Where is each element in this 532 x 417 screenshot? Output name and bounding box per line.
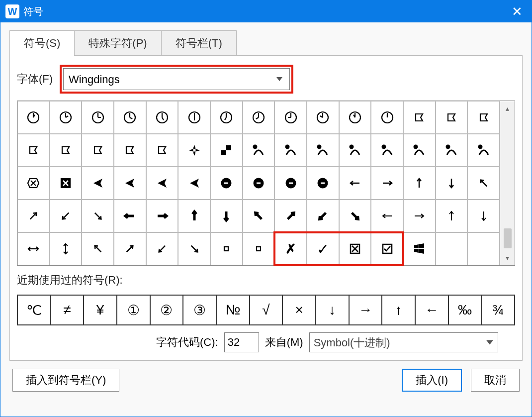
bold-right-cell[interactable] bbox=[146, 200, 178, 232]
cursor-left-cell[interactable] bbox=[82, 167, 114, 200]
clock-10-cell[interactable] bbox=[307, 101, 339, 134]
leaf-8-cell[interactable] bbox=[467, 134, 500, 167]
outline-ud-cell[interactable] bbox=[50, 232, 82, 265]
circle-arrow-4-cell[interactable] bbox=[307, 167, 339, 200]
clock-9-cell[interactable] bbox=[274, 101, 307, 134]
windows-logo-cell[interactable] bbox=[403, 232, 436, 265]
from-select[interactable]: Symbol(十进制) bbox=[309, 332, 498, 352]
small-square-2-cell[interactable] bbox=[243, 232, 275, 265]
outline-up-cell[interactable] bbox=[436, 200, 468, 232]
leaf-6-cell[interactable] bbox=[403, 134, 436, 167]
ribbon-se-cell[interactable] bbox=[146, 134, 178, 167]
cursor-right-cell[interactable] bbox=[114, 167, 146, 200]
ribbon-down-cell[interactable] bbox=[50, 134, 82, 167]
recent-②[interactable]: ② bbox=[150, 295, 183, 325]
outline-lr-cell[interactable] bbox=[17, 232, 50, 265]
font-select[interactable]: Wingdings bbox=[63, 68, 290, 90]
insert-button[interactable]: 插入(I) bbox=[402, 369, 462, 392]
recent-←[interactable]: ← bbox=[415, 295, 448, 325]
tab-special[interactable]: 特殊字符(P) bbox=[74, 30, 161, 56]
arrow-down-cell[interactable] bbox=[436, 167, 468, 200]
ribbon-up-cell[interactable] bbox=[17, 134, 50, 167]
recent-‰[interactable]: ‰ bbox=[448, 295, 482, 325]
bold-left-cell[interactable] bbox=[114, 200, 146, 232]
arrow-ne-cell[interactable] bbox=[17, 200, 50, 232]
arrow-nw-cell[interactable] bbox=[467, 167, 500, 200]
clock-6-cell[interactable] bbox=[178, 101, 210, 134]
x-mark-cell[interactable]: ✗ bbox=[274, 232, 307, 265]
clock-2-cell[interactable] bbox=[50, 101, 82, 134]
ribbon-nw-cell[interactable] bbox=[114, 134, 146, 167]
recent-③[interactable]: ③ bbox=[183, 295, 216, 325]
clock-4-cell[interactable] bbox=[114, 101, 146, 134]
sm-arrow-se-cell[interactable] bbox=[178, 232, 210, 265]
leaf-7-cell[interactable] bbox=[436, 134, 468, 167]
clock-8-cell[interactable] bbox=[243, 101, 275, 134]
recent-↓[interactable]: ↓ bbox=[316, 295, 349, 325]
recent-√[interactable]: √ bbox=[250, 295, 283, 325]
scroll-up-icon[interactable]: ▴ bbox=[500, 101, 515, 116]
clock-5-cell[interactable] bbox=[146, 101, 178, 134]
box-x-cell[interactable] bbox=[339, 232, 371, 265]
tab-symbols[interactable]: 符号(S) bbox=[9, 30, 75, 56]
clock-1-cell[interactable] bbox=[17, 101, 50, 134]
scrollbar[interactable]: ▴ ▾ bbox=[500, 101, 515, 265]
bold-nw-cell[interactable] bbox=[243, 200, 275, 232]
arrow-se-cell[interactable] bbox=[82, 200, 114, 232]
arrow-right-cell[interactable] bbox=[371, 167, 403, 200]
arrow-up-cell[interactable] bbox=[403, 167, 436, 200]
leaf-1-cell[interactable] bbox=[243, 134, 275, 167]
outline-left-cell[interactable] bbox=[371, 200, 403, 232]
recent-¾[interactable]: ¾ bbox=[481, 295, 515, 325]
recent-№[interactable]: № bbox=[216, 295, 250, 325]
check-mark-cell[interactable]: ✓ bbox=[307, 232, 339, 265]
recent-℃[interactable]: ℃ bbox=[17, 295, 51, 325]
recent-≠[interactable]: ≠ bbox=[51, 295, 84, 325]
bold-down-cell[interactable] bbox=[210, 200, 243, 232]
bold-sw-cell[interactable] bbox=[307, 200, 339, 232]
bold-up-cell[interactable] bbox=[178, 200, 210, 232]
cancel-button[interactable]: 取消 bbox=[471, 369, 520, 392]
ribbon-left-cell[interactable] bbox=[436, 101, 468, 134]
clock-11-cell[interactable] bbox=[339, 101, 371, 134]
insert-to-bar-button[interactable]: 插入到符号栏(Y) bbox=[12, 369, 119, 392]
ribbon-back-cell[interactable] bbox=[467, 101, 500, 134]
outline-right-cell[interactable] bbox=[403, 200, 436, 232]
circle-arrow-3-cell[interactable] bbox=[274, 167, 307, 200]
recent-×[interactable]: × bbox=[282, 295, 316, 325]
box-x-outline-cell[interactable] bbox=[17, 167, 50, 200]
outline-down-cell[interactable] bbox=[467, 200, 500, 232]
cursor-up-cell[interactable] bbox=[146, 167, 178, 200]
cursor-down-cell[interactable] bbox=[178, 167, 210, 200]
recent-①[interactable]: ① bbox=[117, 295, 150, 325]
bold-ne-cell[interactable] bbox=[274, 200, 307, 232]
checker-cell[interactable] bbox=[210, 134, 243, 167]
arrow-left-cell[interactable] bbox=[339, 167, 371, 200]
arrow-sw-cell[interactable] bbox=[50, 200, 82, 232]
clock-7-cell[interactable] bbox=[210, 101, 243, 134]
sm-arrow-nw-cell[interactable] bbox=[82, 232, 114, 265]
sm-arrow-ne-cell[interactable] bbox=[114, 232, 146, 265]
clock-12-cell[interactable] bbox=[371, 101, 403, 134]
close-icon[interactable]: ✕ bbox=[508, 2, 527, 21]
sm-arrow-sw-cell[interactable] bbox=[146, 232, 178, 265]
leaf-5-cell[interactable] bbox=[371, 134, 403, 167]
clock-3-cell[interactable] bbox=[82, 101, 114, 134]
tab-bar[interactable]: 符号栏(T) bbox=[161, 30, 237, 56]
small-square-1-cell[interactable] bbox=[210, 232, 243, 265]
box-x-fill-cell[interactable] bbox=[50, 167, 82, 200]
recent-→[interactable]: → bbox=[349, 295, 382, 325]
scroll-down-icon[interactable]: ▾ bbox=[500, 250, 515, 265]
circle-arrow-1-cell[interactable] bbox=[210, 167, 243, 200]
box-check-cell[interactable] bbox=[371, 232, 403, 265]
char-code-input[interactable] bbox=[224, 332, 259, 352]
recent-¥[interactable]: ¥ bbox=[84, 295, 117, 325]
leaf-2-cell[interactable] bbox=[274, 134, 307, 167]
leaf-3-cell[interactable] bbox=[307, 134, 339, 167]
recent-↑[interactable]: ↑ bbox=[382, 295, 415, 325]
scroll-thumb[interactable] bbox=[504, 228, 512, 248]
cross-petals-cell[interactable] bbox=[178, 134, 210, 167]
leaf-4-cell[interactable] bbox=[339, 134, 371, 167]
ribbon-right-cell[interactable] bbox=[403, 101, 436, 134]
circle-arrow-2-cell[interactable] bbox=[243, 167, 275, 200]
